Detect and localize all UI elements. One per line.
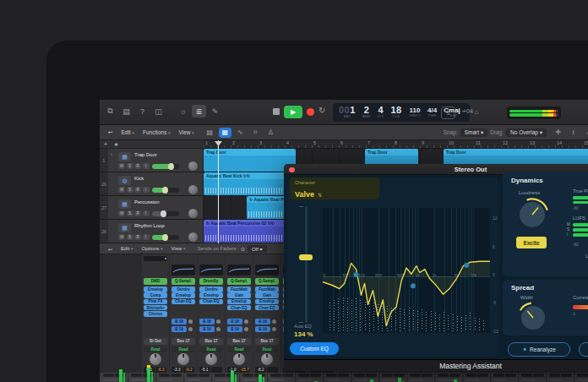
inspector-icon[interactable]: ◫ [151, 105, 166, 117]
send-slot[interactable]: B 18 [199, 319, 220, 325]
send-bus-button[interactable]: B 18 [227, 319, 242, 325]
eq-thumbnail[interactable] [227, 265, 251, 276]
track-i-button[interactable]: I [143, 234, 150, 240]
power-icon[interactable]: ⊙ [241, 246, 245, 252]
pan-knob[interactable] [177, 353, 189, 365]
drummer-icon[interactable]: ♙ [264, 128, 277, 138]
audio-fx-slot[interactable]: Envelop [255, 299, 279, 305]
track-name[interactable]: Kick [134, 176, 144, 181]
automation-mode[interactable]: Read [199, 347, 223, 352]
send-slot[interactable]: B 19 [199, 326, 220, 332]
output-slot[interactable]: Bus 17 [199, 338, 223, 345]
send-level-knob[interactable] [272, 327, 276, 331]
eq-control-point[interactable] [354, 272, 359, 277]
pan-knob[interactable] [233, 353, 245, 365]
crosshair-icon[interactable]: ✛ [552, 128, 564, 138]
input-slot[interactable]: DMD [144, 278, 167, 285]
audio-fx-slot[interactable]: FuzzWah [255, 286, 279, 292]
track-s-button[interactable]: S [127, 210, 133, 216]
text-tool-icon[interactable]: I [567, 128, 580, 138]
library-icon[interactable]: ▤ [119, 105, 133, 117]
send-level-knob[interactable] [216, 327, 220, 331]
character-selector[interactable]: Character Valve⇅ [290, 177, 379, 199]
audio-fx-slot[interactable]: Envelop [172, 292, 195, 298]
track-r-button[interactable]: R [134, 234, 141, 240]
mixer-options-menu[interactable]: Options ▾ [142, 246, 163, 251]
output-slot[interactable]: Bus 17 [255, 338, 279, 345]
edit-menu[interactable]: Edit ▾ [121, 129, 134, 135]
send-slot[interactable]: B 19 [255, 326, 276, 332]
lcd-tempo-field[interactable]: 110TEMPO [409, 107, 421, 118]
send-bus-button[interactable]: B 19 [199, 326, 215, 332]
excite-button[interactable]: Excite [516, 237, 547, 248]
send-slot[interactable]: B 18 [255, 319, 276, 325]
toolbar-toggle-icon[interactable]: ⧉ [103, 105, 117, 117]
automation-mode[interactable]: Read [227, 347, 251, 352]
automation-mode[interactable]: Read [144, 347, 167, 352]
reanalyze-button[interactable]: ✶ Reanalyze [508, 342, 570, 357]
functions-menu[interactable]: Functions ▾ [143, 129, 171, 135]
mixer-edit-menu[interactable]: Edit ▾ [121, 246, 133, 251]
send-bus-button[interactable]: B 19 [255, 326, 270, 332]
audio-fx-slot[interactable]: Chan EQ [227, 305, 251, 311]
send-bus-button[interactable]: B 18 [172, 319, 187, 325]
catch-icon[interactable]: ▤ [204, 128, 216, 138]
piano-roll-icon[interactable]: ▦ [219, 128, 231, 138]
send-slot[interactable]: B 19 [172, 326, 193, 332]
width-knob[interactable] [516, 301, 550, 335]
auto-eq-slider[interactable] [299, 206, 313, 323]
flex-icon[interactable]: ⌗ [249, 128, 262, 138]
snap-select[interactable]: Smart ▾ [460, 128, 487, 137]
play-button[interactable]: ▶ [284, 106, 302, 118]
audio-fx-slot[interactable]: Chan EQ [172, 299, 195, 305]
track-header[interactable]: 27▦PercussionMSRI [100, 196, 204, 219]
editors-icon[interactable]: ✎ [208, 105, 222, 117]
solo-mode-button[interactable]: S [441, 106, 455, 119]
input-slot[interactable]: Q-Sampl. [255, 278, 279, 285]
output-slot[interactable]: St Out [144, 338, 167, 345]
audio-fx-slot[interactable]: Phat FX [144, 299, 167, 305]
track-header[interactable]: 1›▦Trap DoorMSRI [100, 149, 204, 172]
pan-knob[interactable] [205, 353, 217, 365]
slider-handle[interactable] [299, 254, 313, 260]
mixer-view-icon[interactable]: ≣ [192, 105, 206, 117]
tuner-badge[interactable]: +04 △ [463, 108, 478, 114]
view-menu[interactable]: View ▾ [179, 129, 194, 135]
automation-mode[interactable]: Read [255, 347, 279, 352]
arrange-back-button[interactable]: ↩ [108, 129, 112, 136]
send-slot[interactable]: B 18 [227, 319, 248, 325]
pan-knob[interactable] [261, 353, 273, 365]
audio-fx-slot[interactable]: Envelop [144, 286, 167, 292]
track-r-button[interactable]: R [134, 187, 141, 193]
send-slot[interactable]: B 18 [172, 319, 193, 325]
track-r-button[interactable]: R [134, 163, 141, 169]
custom-eq-button[interactable]: Custom EQ [290, 342, 339, 355]
eq-thumbnail[interactable] [255, 265, 279, 276]
track-volume-slider[interactable] [152, 164, 179, 169]
track-pan-knob[interactable] [188, 161, 198, 171]
sends-on-faders-select[interactable]: Off ▾ [248, 245, 267, 253]
lcd-time-field[interactable]: 4/4TIME [427, 107, 437, 118]
slider-knob[interactable] [162, 187, 168, 194]
track-pan-knob[interactable] [188, 185, 198, 194]
output-slot[interactable]: Bus 17 [227, 338, 251, 345]
track-s-button[interactable]: S [127, 163, 133, 169]
track-m-button[interactable]: M [118, 187, 125, 193]
audio-fx-slot[interactable]: Chorus [144, 311, 167, 317]
send-level-knob[interactable] [216, 319, 220, 324]
eq-control-point[interactable] [464, 263, 469, 268]
group-button[interactable]: ❖ [114, 142, 118, 147]
audio-fx-slot[interactable]: Ovrdrv [172, 286, 195, 292]
track-i-button[interactable]: I [143, 187, 150, 193]
track-s-button[interactable]: S [127, 187, 133, 193]
send-bus-button[interactable]: B 18 [255, 319, 270, 325]
track-volume-slider[interactable] [152, 211, 179, 216]
audio-fx-slot[interactable]: Gain [227, 292, 251, 298]
eq-frequency-graph[interactable]: 20501002005001k2k5k10k [323, 208, 490, 333]
smart-controls-icon[interactable]: ☼ [176, 105, 190, 117]
track-m-button[interactable]: M [118, 163, 125, 169]
loudness-knob[interactable] [514, 197, 550, 232]
audio-fx-slot[interactable]: Ovrdrv [199, 286, 223, 292]
track-m-button[interactable]: M [118, 234, 125, 240]
input-slot[interactable]: Q-Sampl. [172, 278, 195, 285]
